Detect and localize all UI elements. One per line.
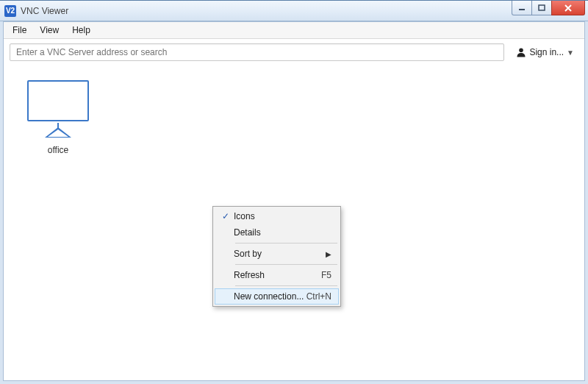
server-address-input[interactable] [10,43,504,61]
chevron-down-icon: ▼ [567,49,574,57]
context-menu-accelerator: F5 [321,270,336,280]
app-icon: V2 [4,5,16,17]
menu-file[interactable]: File [7,24,32,37]
context-menu-accelerator: Ctrl+N [306,291,336,302]
close-button[interactable] [551,1,585,15]
menu-view[interactable]: View [34,24,65,37]
submenu-arrow-icon: ▶ [326,250,336,258]
context-menu-item-label: Sort by [234,249,326,259]
context-menu-new-connection[interactable]: New connection... Ctrl+N [215,288,339,305]
svg-point-2 [520,48,524,52]
context-menu-details[interactable]: Details [215,224,339,241]
separator [235,285,337,286]
menu-bar: File View Help [4,22,584,39]
minimize-button[interactable] [512,1,532,15]
context-menu-refresh[interactable]: Refresh F5 [215,267,339,283]
svg-rect-0 [519,9,525,10]
client-area: File View Help Sign in... ▼ office [3,21,585,381]
sign-in-button[interactable]: Sign in... ▼ [512,46,578,59]
context-menu-item-label: Icons [234,211,336,221]
check-icon: ✓ [218,211,234,221]
window-title: VNC Viewer [21,6,68,16]
context-menu-item-label: Details [234,227,336,238]
separator [235,264,337,265]
context-menu-icons[interactable]: ✓ Icons [215,208,339,224]
separator [235,243,337,243]
menu-help[interactable]: Help [66,24,96,37]
person-icon [516,47,526,57]
connection-item[interactable]: office [21,80,95,155]
context-menu: ✓ Icons Details Sort by ▶ Refresh F5 New… [212,206,341,307]
svg-rect-1 [539,5,545,10]
context-menu-item-label: New connection... [234,291,306,302]
connection-label: office [21,145,95,155]
context-menu-item-label: Refresh [234,270,321,280]
maximize-button[interactable] [531,1,552,15]
monitor-icon [27,80,89,138]
title-bar: V2 VNC Viewer [0,1,588,21]
sign-in-label: Sign in... [529,47,564,57]
address-bar: Sign in... ▼ [4,39,584,65]
window-controls [512,1,585,15]
context-menu-sort-by[interactable]: Sort by ▶ [215,246,339,262]
